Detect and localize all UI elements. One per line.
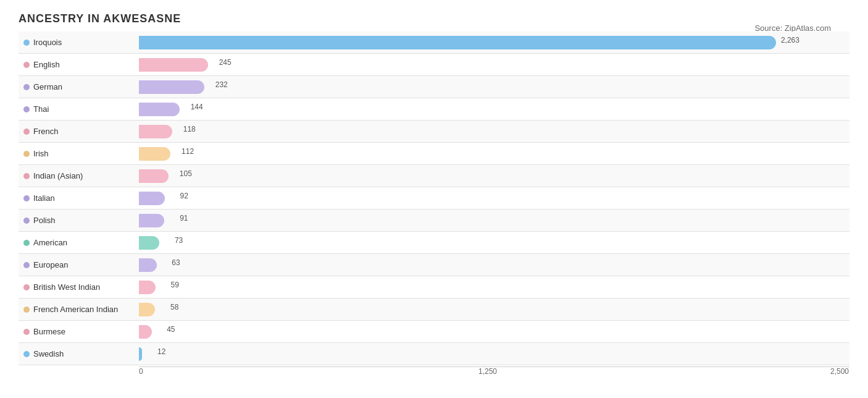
bar-container: 112 — [139, 146, 849, 161]
bar-dot-icon — [23, 284, 30, 290]
bar-label: French — [19, 127, 139, 136]
bar-row: Swedish12 — [19, 343, 849, 365]
bar-container: 118 — [139, 124, 849, 139]
bar: 63 — [139, 258, 157, 272]
bar-dot-icon — [23, 240, 30, 246]
bar-value-label: 144 — [191, 103, 203, 111]
bar-row: English245 — [19, 54, 849, 76]
bar-label: English — [19, 60, 139, 69]
bar-value-label: 12 — [157, 347, 165, 356]
bar-label: Irish — [19, 149, 139, 158]
x-axis-tick: 0 — [139, 367, 143, 376]
bar-label: German — [19, 82, 139, 91]
bar-container: 245 — [139, 57, 849, 72]
bar-dot-icon — [23, 195, 30, 201]
bar-dot-icon — [23, 62, 30, 68]
bar-label: Iroquois — [19, 38, 139, 47]
bar-value-label: 63 — [172, 258, 180, 267]
bar: 12 — [139, 347, 142, 361]
bar-label: Polish — [19, 216, 139, 225]
bar-container: 232 — [139, 80, 849, 95]
bar-dot-icon — [23, 40, 30, 46]
bar-label: Italian — [19, 193, 139, 203]
chart-area: Iroquois2,263English245German232Thai144F… — [19, 32, 849, 365]
bar: 232 — [139, 80, 204, 94]
bar: 59 — [139, 281, 156, 294]
bar-dot-icon — [23, 218, 30, 224]
bar-value-label: 73 — [175, 236, 183, 245]
bar-dot-icon — [23, 173, 30, 179]
bar-container: 2,263 — [139, 35, 849, 50]
bar-container: 59 — [139, 280, 849, 295]
bar-label: Indian (Asian) — [19, 171, 139, 180]
bar-row: Irish112 — [19, 143, 849, 165]
bar-container: 73 — [139, 235, 849, 250]
bar-row: American73 — [19, 232, 849, 254]
bar: 112 — [139, 147, 170, 161]
bar: 2,263 — [139, 36, 776, 49]
bar: 45 — [139, 325, 152, 339]
bar-label: Thai — [19, 104, 139, 114]
chart-title: ANCESTRY IN AKWESASNE — [19, 12, 849, 25]
bar-row: Polish91 — [19, 210, 849, 232]
bar: 144 — [139, 103, 180, 116]
bar-dot-icon — [23, 129, 30, 135]
bar-row: European63 — [19, 254, 849, 276]
bar-row: Iroquois2,263 — [19, 32, 849, 54]
bar-value-label: 105 — [180, 169, 192, 178]
bar-container: 58 — [139, 302, 849, 317]
bar-value-label: 112 — [182, 147, 194, 156]
bar: 92 — [139, 192, 165, 205]
bar-label: European — [19, 260, 139, 269]
bar-container: 92 — [139, 191, 849, 206]
bar-value-label: 45 — [167, 325, 175, 334]
bar-row: Italian92 — [19, 187, 849, 210]
bar-row: French American Indian58 — [19, 298, 849, 321]
bar-value-label: 59 — [171, 281, 179, 289]
x-axis-tick: 1,250 — [478, 367, 497, 376]
bar-label: French American Indian — [19, 305, 139, 314]
bar-label: Swedish — [19, 349, 139, 358]
bar-container: 45 — [139, 324, 849, 339]
bar-value-label: 92 — [180, 192, 188, 200]
bar-row: Burmese45 — [19, 321, 849, 343]
bar-row: French118 — [19, 121, 849, 143]
bar: 118 — [139, 125, 172, 138]
bar-dot-icon — [23, 84, 30, 90]
bar-value-label: 2,263 — [781, 36, 799, 44]
bar-dot-icon — [23, 329, 30, 335]
bar-container: 91 — [139, 213, 849, 228]
bar-dot-icon — [23, 262, 30, 268]
x-axis: 01,2502,500 — [139, 366, 849, 379]
bar-dot-icon — [23, 307, 30, 313]
bar-value-label: 245 — [219, 58, 232, 67]
bar-row: British West Indian59 — [19, 276, 849, 298]
bar-dot-icon — [23, 151, 30, 157]
x-axis-tick: 2,500 — [830, 367, 849, 376]
bar: 245 — [139, 58, 208, 72]
bar: 58 — [139, 303, 155, 316]
bar-value-label: 91 — [180, 214, 188, 222]
bar: 73 — [139, 236, 159, 250]
bar: 105 — [139, 169, 169, 183]
bar-value-label: 232 — [215, 80, 228, 89]
bar-label: Burmese — [19, 327, 139, 336]
bar-container: 12 — [139, 347, 849, 362]
bar-row: Thai144 — [19, 98, 849, 121]
bar-container: 105 — [139, 169, 849, 184]
bar-dot-icon — [23, 351, 30, 357]
bar-row: Indian (Asian)105 — [19, 165, 849, 187]
bar-value-label: 118 — [183, 125, 196, 133]
bar-dot-icon — [23, 106, 30, 112]
bar: 91 — [139, 214, 164, 227]
bar-label: British West Indian — [19, 282, 139, 292]
bar-value-label: 58 — [170, 303, 178, 311]
bar-row: German232 — [19, 76, 849, 98]
bar-label: American — [19, 238, 139, 247]
bar-container: 63 — [139, 258, 849, 273]
bar-container: 144 — [139, 102, 849, 117]
